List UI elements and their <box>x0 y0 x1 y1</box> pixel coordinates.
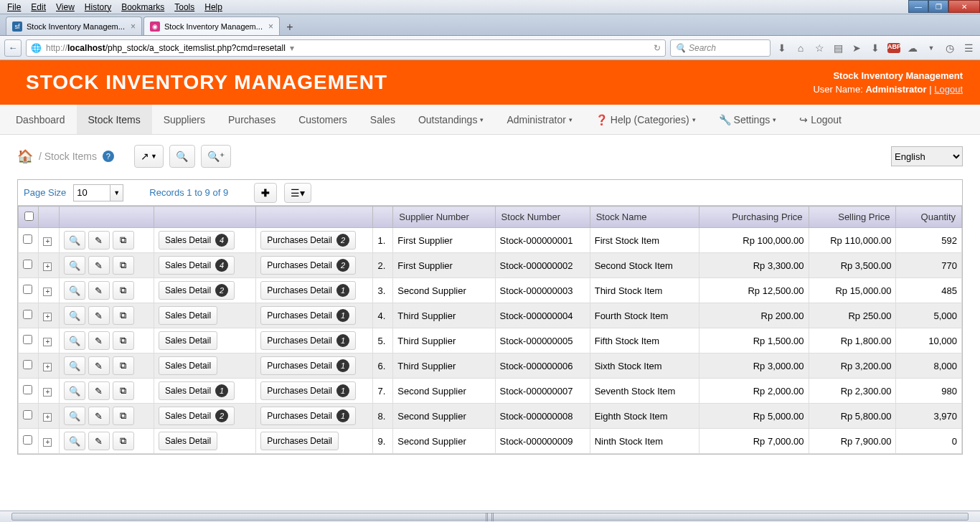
help-icon[interactable]: ? <box>103 151 114 162</box>
downloads-icon[interactable]: ⬇ <box>775 41 789 55</box>
os-menu-history[interactable]: History <box>80 1 116 14</box>
view-row-button[interactable]: 🔍 <box>64 306 85 325</box>
bookmark-star-icon[interactable]: ☆ <box>812 41 826 55</box>
os-menu-tools[interactable]: Tools <box>170 1 199 14</box>
expand-row-icon[interactable]: + <box>43 262 52 271</box>
view-row-button[interactable]: 🔍 <box>64 381 85 400</box>
row-checkbox[interactable] <box>23 234 32 244</box>
expand-row-icon[interactable]: + <box>43 363 52 371</box>
horizontal-scrollbar[interactable]: ║║ <box>0 511 980 522</box>
purchases-detail-button[interactable]: Purchases Detail1 <box>260 407 356 425</box>
expand-row-icon[interactable]: + <box>43 388 52 397</box>
window-maximize-button[interactable]: ❐ <box>928 0 948 13</box>
advanced-search-button[interactable]: 🔍⁺ <box>201 145 231 168</box>
view-row-button[interactable]: 🔍 <box>64 407 85 425</box>
os-menu-edit[interactable]: Edit <box>27 1 50 14</box>
expand-row-icon[interactable]: + <box>43 288 52 296</box>
edit-row-button[interactable]: ✎ <box>88 306 110 325</box>
window-minimize-button[interactable]: — <box>908 0 928 13</box>
add-row-button[interactable]: ✚ <box>254 183 277 203</box>
expand-row-icon[interactable]: + <box>43 413 52 422</box>
save-icon[interactable]: ⬇ <box>868 41 882 55</box>
search-button[interactable]: 🔍 <box>169 145 195 168</box>
logout-link[interactable]: Logout <box>934 84 963 95</box>
copy-row-button[interactable]: ⧉ <box>113 256 134 275</box>
sales-detail-button[interactable]: Sales Detail2 <box>159 281 235 300</box>
expand-row-icon[interactable]: + <box>43 338 52 346</box>
purchases-detail-button[interactable]: Purchases Detail1 <box>260 331 356 350</box>
view-row-button[interactable]: 🔍 <box>64 256 85 275</box>
nav-customers[interactable]: Customers <box>287 105 359 134</box>
language-select[interactable]: English <box>891 146 963 166</box>
os-menu-bookmarks[interactable]: Bookmarks <box>117 1 169 14</box>
col-header[interactable]: Quantity <box>896 207 962 228</box>
address-bar[interactable]: 🌐 http://localhost/php_stock/a_stock_ite… <box>26 39 666 57</box>
weather-icon[interactable]: ☁ <box>905 41 920 55</box>
purchases-detail-button[interactable]: Purchases Detail1 <box>260 381 356 400</box>
nav-help-categories-[interactable]: ❓Help (Categories)▾ <box>584 105 707 134</box>
browser-tab[interactable]: sfStock Inventory Managem...× <box>6 16 142 35</box>
col-header[interactable]: Supplier Number <box>393 207 495 228</box>
reload-icon[interactable]: ↻ <box>654 43 661 53</box>
sales-detail-button[interactable]: Sales Detail1 <box>159 381 235 400</box>
col-header[interactable]: Selling Price <box>809 207 896 228</box>
edit-row-button[interactable]: ✎ <box>88 356 110 375</box>
expand-row-icon[interactable]: + <box>43 313 52 321</box>
purchases-detail-button[interactable]: Purchases Detail1 <box>260 281 356 300</box>
new-tab-button[interactable]: + <box>281 19 298 35</box>
sales-detail-button[interactable]: Sales Detail <box>159 306 217 325</box>
col-header[interactable] <box>256 207 373 228</box>
sales-detail-button[interactable]: Sales Detail2 <box>159 407 235 425</box>
sales-detail-button[interactable]: Sales Detail <box>159 432 217 450</box>
home-icon[interactable]: ⌂ <box>793 41 808 55</box>
copy-row-button[interactable]: ⧉ <box>113 231 134 250</box>
copy-row-button[interactable]: ⧉ <box>113 306 134 325</box>
row-checkbox[interactable] <box>23 385 32 394</box>
nav-purchases[interactable]: Purchases <box>217 105 287 134</box>
hamburger-menu-icon[interactable]: ☰ <box>961 41 976 55</box>
copy-row-button[interactable]: ⧉ <box>113 281 134 300</box>
library-icon[interactable]: ▤ <box>831 41 845 55</box>
browser-tab[interactable]: ◉Stock Inventory Managem...× <box>143 16 280 35</box>
nav-administrator[interactable]: Administrator▾ <box>495 105 583 134</box>
select-all-checkbox[interactable] <box>24 212 34 221</box>
expand-row-icon[interactable]: + <box>43 438 52 447</box>
window-close-button[interactable]: ✕ <box>948 0 980 13</box>
nav-outstandings[interactable]: Outstandings▾ <box>407 105 496 134</box>
purchases-detail-button[interactable]: Purchases Detail1 <box>260 356 356 375</box>
os-menu-view[interactable]: View <box>52 1 79 14</box>
bulk-actions-button[interactable]: ☰▾ <box>284 183 311 203</box>
col-header[interactable]: Stock Number <box>495 207 590 228</box>
row-checkbox[interactable] <box>23 360 32 369</box>
edit-row-button[interactable]: ✎ <box>88 381 110 400</box>
edit-row-button[interactable]: ✎ <box>88 281 110 300</box>
view-row-button[interactable]: 🔍 <box>64 231 85 250</box>
copy-row-button[interactable]: ⧉ <box>113 331 134 350</box>
send-icon[interactable]: ➤ <box>849 41 864 55</box>
nav-suppliers[interactable]: Suppliers <box>152 105 217 134</box>
row-checkbox[interactable] <box>23 310 32 319</box>
sales-detail-button[interactable]: Sales Detail <box>159 331 217 350</box>
col-header[interactable]: Stock Name <box>590 207 699 228</box>
edit-row-button[interactable]: ✎ <box>88 432 110 450</box>
nav-logout[interactable]: ↪Logout <box>788 105 853 134</box>
purchases-detail-button[interactable]: Purchases Detail1 <box>260 306 356 325</box>
edit-row-button[interactable]: ✎ <box>88 256 110 275</box>
dropdown-caret-icon[interactable]: ▼ <box>924 41 938 55</box>
back-button[interactable]: ← <box>4 39 22 57</box>
adblock-icon[interactable]: ABP <box>887 41 901 55</box>
edit-row-button[interactable]: ✎ <box>88 407 110 425</box>
edit-row-button[interactable]: ✎ <box>88 231 110 250</box>
view-row-button[interactable]: 🔍 <box>64 356 85 375</box>
copy-row-button[interactable]: ⧉ <box>113 407 134 425</box>
purchases-detail-button[interactable]: Purchases Detail <box>260 432 339 450</box>
close-tab-icon[interactable]: × <box>268 22 273 32</box>
history-icon[interactable]: ◷ <box>943 41 957 55</box>
page-size-input[interactable] <box>73 184 110 201</box>
col-header[interactable] <box>372 207 392 228</box>
copy-row-button[interactable]: ⧉ <box>113 381 134 400</box>
col-header[interactable] <box>39 207 59 228</box>
edit-row-button[interactable]: ✎ <box>88 331 110 350</box>
sales-detail-button[interactable]: Sales Detail <box>159 356 217 375</box>
sales-detail-button[interactable]: Sales Detail4 <box>159 231 235 250</box>
